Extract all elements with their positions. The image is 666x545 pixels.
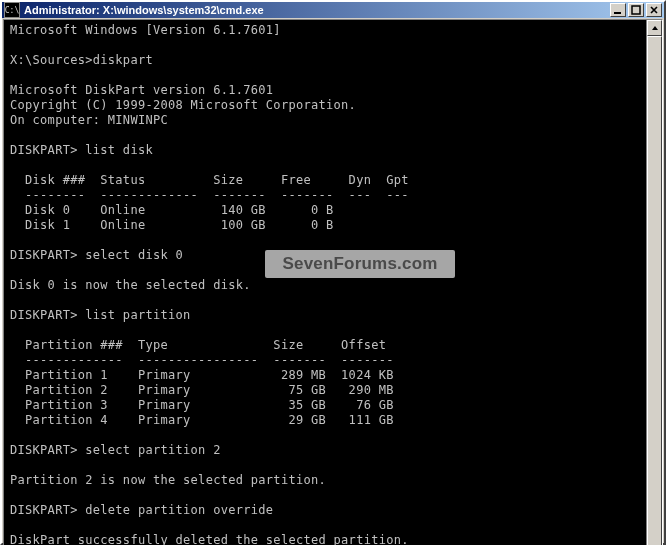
titlebar[interactable]: C:\ Administrator: X:\windows\system32\c… <box>2 2 664 18</box>
line: Disk 0 is now the selected disk. <box>10 278 251 292</box>
line: Microsoft DiskPart version 6.1.7601 <box>10 83 273 97</box>
minimize-button[interactable] <box>610 3 626 17</box>
client-area: Microsoft Windows [Version 6.1.7601] X:\… <box>3 19 663 545</box>
chevron-up-icon <box>651 24 659 32</box>
line: DiskPart successfully deleted the select… <box>10 533 409 545</box>
line: On computer: MINWINPC <box>10 113 168 127</box>
scroll-track[interactable] <box>647 36 662 545</box>
window-controls <box>610 3 662 17</box>
line: DISKPART> select partition 2 <box>10 443 221 457</box>
line: Partition 4 Primary 29 GB 111 GB <box>10 413 394 427</box>
line: Partition 1 Primary 289 MB 1024 KB <box>10 368 394 382</box>
cmd-icon: C:\ <box>4 2 20 18</box>
maximize-icon <box>631 5 641 15</box>
line: Partition 3 Primary 35 GB 76 GB <box>10 398 394 412</box>
scroll-up-button[interactable] <box>647 20 662 36</box>
line: Partition 2 Primary 75 GB 290 MB <box>10 383 394 397</box>
window-title: Administrator: X:\windows\system32\cmd.e… <box>24 4 610 16</box>
line: Disk 0 Online 140 GB 0 B <box>10 203 334 217</box>
line: Disk ### Status Size Free Dyn Gpt <box>10 173 409 187</box>
line: DISKPART> select disk 0 <box>10 248 183 262</box>
svg-rect-0 <box>614 12 621 14</box>
close-icon <box>649 5 659 15</box>
line: ------------- ---------------- ------- -… <box>10 353 394 367</box>
minimize-icon <box>613 5 623 15</box>
line: DISKPART> delete partition override <box>10 503 273 517</box>
line: X:\Sources>diskpart <box>10 53 153 67</box>
line: Partition 2 is now the selected partitio… <box>10 473 326 487</box>
line: Microsoft Windows [Version 6.1.7601] <box>10 23 281 37</box>
line: Disk 1 Online 100 GB 0 B <box>10 218 334 232</box>
maximize-button[interactable] <box>628 3 644 17</box>
vertical-scrollbar[interactable] <box>646 20 662 545</box>
close-button[interactable] <box>646 3 662 17</box>
line: -------- ------------- ------- ------- -… <box>10 188 409 202</box>
terminal-output[interactable]: Microsoft Windows [Version 6.1.7601] X:\… <box>4 20 646 545</box>
svg-rect-1 <box>632 6 640 14</box>
line: DISKPART> list disk <box>10 143 153 157</box>
line: DISKPART> list partition <box>10 308 191 322</box>
line: Partition ### Type Size Offset <box>10 338 386 352</box>
watermark: SevenForums.com <box>265 250 455 278</box>
line: Copyright (C) 1999-2008 Microsoft Corpor… <box>10 98 356 112</box>
scroll-thumb[interactable] <box>647 36 662 545</box>
